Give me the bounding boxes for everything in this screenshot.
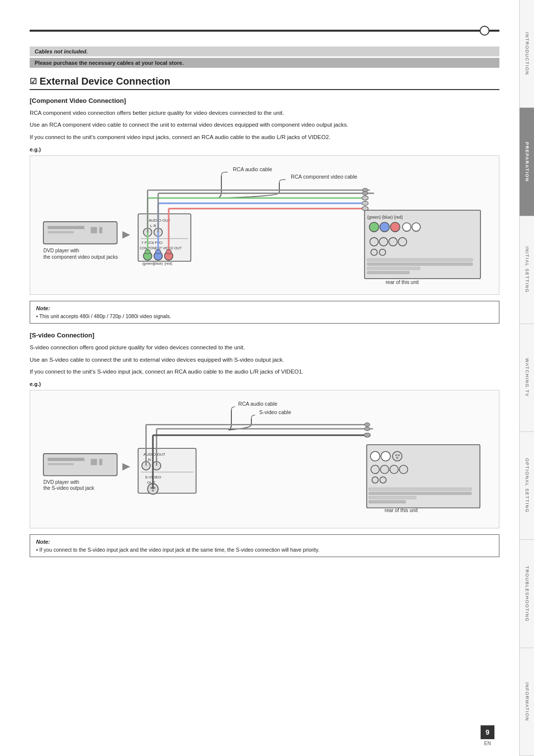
cables-not-included-note: Cables not included. [30,47,499,56]
top-bar-circle [480,26,490,36]
component-para3: If you connect to the unit's component v… [30,133,499,142]
sidebar-item-initial-setting[interactable]: INITIAL SETTING [520,216,534,324]
svg-point-91 [370,452,380,461]
section-heading: External Device Connection [40,76,171,87]
svg-rect-105 [369,496,416,499]
page-number: 9 [481,725,494,739]
component-diagram: RCA audio cable RCA component video cabl… [30,155,499,295]
svideo-para2: Use an S-video cable to connect the unit… [30,355,499,364]
svg-point-45 [389,237,397,246]
sidebar-item-information[interactable]: INFORMATION [520,648,534,756]
svg-text:AUDIO OUT: AUDIO OUT [143,452,165,457]
svg-point-82 [153,487,155,489]
svg-text:rear of this unit: rear of this unit [386,280,419,285]
section-title: ☑ External Device Connection [30,76,499,90]
svg-point-61 [166,250,172,254]
svideo-note-text: If you connect to the S-video input jack… [36,547,493,553]
svideo-para1: S-video connection offers good picture q… [30,343,499,352]
svg-text:(green) (blue) (red): (green) (blue) (red) [367,215,403,220]
page-container: Cables not included. Please purchase the… [0,0,534,756]
svg-rect-6 [47,232,74,234]
svg-point-95 [398,454,400,456]
svg-point-38 [369,222,379,232]
svg-text:the S-video output jack: the S-video output jack [44,486,95,491]
svg-text:COMPONENT VIDEO OUT: COMPONENT VIDEO OUT [140,246,182,250]
sidebar-item-troubleshooting[interactable]: TROUBLESHOOTING [520,540,534,648]
svg-point-48 [379,249,386,256]
svg-rect-65 [47,458,85,461]
svg-point-41 [402,223,411,231]
svg-rect-66 [47,463,74,465]
svg-point-110 [364,433,370,438]
component-note-title: Note: [36,305,493,311]
svideo-note-title: Note: [36,539,493,545]
svideo-note-box: Note: If you connect to the S-video inpu… [30,534,499,557]
checkbox-icon: ☑ [30,77,37,86]
top-bar [30,30,499,32]
sidebar-item-optional-setting[interactable]: OPTIONAL SETTING [520,432,534,540]
svideo-title: [S-video Connection] [30,331,499,339]
svg-marker-71 [122,463,130,471]
svideo-eg-label: e.g.) [30,381,499,387]
svg-point-59 [145,250,150,254]
svg-point-54 [362,196,368,200]
svg-point-44 [379,237,388,246]
sidebar-item-introduction[interactable]: INTRODUCTION [520,0,534,108]
svg-point-100 [400,466,408,474]
svg-point-58 [362,206,368,211]
svg-rect-51 [367,267,420,270]
svg-text:DVD player with: DVD player with [44,479,79,485]
svg-rect-106 [369,501,406,503]
svideo-diagram: RCA audio cable S-video cable DVD player… [30,390,499,528]
svg-marker-11 [122,232,130,239]
svg-text:RCA component video cable: RCA component video cable [291,174,357,180]
svg-text:RCA audio cable: RCA audio cable [238,401,277,407]
svg-point-42 [412,223,420,231]
svg-text:the component video output jac: the component video output jacks [44,254,118,260]
svg-point-99 [390,466,398,474]
svg-text:(green): (green) [142,262,154,266]
svg-text:AUDIO OUT: AUDIO OUT [149,218,171,223]
svg-point-98 [380,466,389,474]
svg-point-47 [371,249,377,256]
svg-point-60 [156,250,161,254]
svideo-diagram-svg: RCA audio cable S-video cable DVD player… [38,398,491,514]
component-diagram-svg: RCA audio cable RCA component video cabl… [38,164,491,285]
svg-point-43 [370,237,378,246]
component-eg-label: e.g.) [30,146,499,152]
svg-point-39 [380,222,389,232]
svg-point-97 [371,466,379,474]
svg-text:Y    Pb/Cb   Pr/Cr: Y Pb/Cb Pr/Cr [141,241,163,244]
sidebar-item-preparation[interactable]: PREPARATION [520,108,534,216]
side-tabs: INTRODUCTION PREPARATION INITIAL SETTING… [519,0,534,756]
svg-point-96 [396,457,398,459]
sidebar-item-watching-tv[interactable]: WATCHING TV [520,324,534,432]
svg-point-55 [362,201,368,206]
svg-text:RCA audio cable: RCA audio cable [233,166,272,172]
svg-point-46 [399,237,407,246]
svg-rect-5 [47,226,85,229]
svg-point-102 [380,477,386,483]
svg-point-109 [364,427,370,430]
svg-text:DVD player with: DVD player with [44,248,79,253]
svg-point-92 [381,452,390,461]
svg-text:(red): (red) [165,262,173,266]
page-number-area: 9 EN [481,725,494,746]
component-note-box: Note: This unit accepts 480i / 480p / 72… [30,301,499,324]
svg-point-93 [393,452,402,461]
language-label: EN [484,741,491,746]
svg-rect-103 [369,488,472,490]
svg-point-81 [150,487,152,489]
svg-point-83 [152,490,154,492]
svg-point-94 [395,454,397,456]
svg-rect-68 [99,459,102,466]
component-note-text: This unit accepts 480i / 480p / 720p / 1… [36,313,493,319]
component-para2: Use an RCA component video cable to conn… [30,120,499,129]
svg-point-40 [391,222,400,232]
svg-text:L          R: L R [150,224,156,228]
svg-point-101 [372,477,378,483]
main-content: Cables not included. Please purchase the… [0,0,519,756]
svg-rect-7 [91,227,97,234]
svg-point-108 [364,423,370,426]
svg-text:rear of this unit: rear of this unit [385,508,418,513]
